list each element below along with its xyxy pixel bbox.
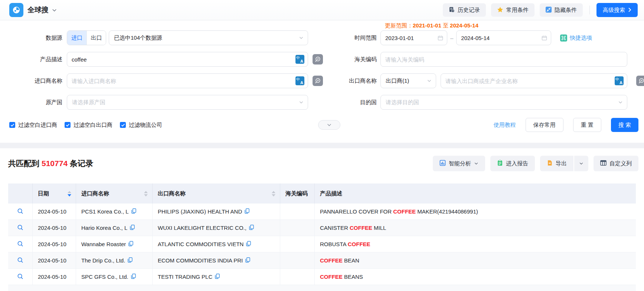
- hs-code-field[interactable]: [380, 52, 627, 67]
- quick-options-label: 快捷选项: [570, 34, 592, 42]
- toggle-export[interactable]: 出口: [86, 31, 106, 45]
- update-range-to: 2024-05-14: [450, 22, 478, 29]
- exporter-cell: WUXI LAKELIGHT ELECTRIC CO.,: [153, 220, 280, 236]
- exclude-search-icon[interactable]: [636, 76, 644, 86]
- checkbox-filter-blank-exporter[interactable]: 过滤空白出口商: [65, 122, 112, 129]
- data-source-select[interactable]: 已选中104个数据源: [109, 30, 308, 45]
- search-icon[interactable]: [17, 208, 23, 215]
- favorites-button[interactable]: 常用条件: [491, 3, 535, 17]
- importer-field[interactable]: 中A: [67, 73, 308, 88]
- reset-button[interactable]: 重 置: [573, 118, 601, 132]
- smart-analyze-button[interactable]: 智能分析: [433, 156, 485, 171]
- custom-columns-button[interactable]: 自定义列: [594, 156, 638, 171]
- table-row[interactable]: 2024-05-10 Wannabe Roaster ATLANTIC COMM…: [8, 236, 636, 252]
- checkbox-filter-blank-importer[interactable]: 过滤空白进口商: [9, 122, 57, 129]
- importer-input[interactable]: [67, 74, 295, 88]
- results-summary: 共匹配到510774条记录: [8, 156, 93, 171]
- hscode-cell: [280, 269, 315, 285]
- date-cell: 2024-05-10: [33, 236, 76, 252]
- translate-icon[interactable]: 中A: [295, 55, 304, 64]
- description-cell: ROBUSTA COFFEE: [315, 236, 636, 252]
- search-button[interactable]: 搜 索: [611, 118, 638, 132]
- hs-code-input[interactable]: [381, 52, 627, 66]
- copy-icon[interactable]: [215, 274, 220, 280]
- copy-icon[interactable]: [245, 257, 250, 264]
- copy-icon[interactable]: [245, 208, 249, 215]
- copy-icon[interactable]: [131, 208, 136, 215]
- exporter-type-select[interactable]: 出口商(1): [380, 73, 436, 88]
- exporter-input[interactable]: [441, 74, 615, 88]
- date-cell: 2024-05-10: [33, 269, 76, 285]
- header-cell-hscode: 海关编码: [280, 183, 315, 204]
- translate-icon[interactable]: 中A: [615, 76, 624, 85]
- date-end-input[interactable]: [457, 31, 542, 45]
- exclude-search-icon[interactable]: [313, 76, 323, 86]
- column-label: 出口商名称: [158, 190, 186, 197]
- product-desc-field[interactable]: 中A: [67, 52, 308, 67]
- copy-icon[interactable]: [131, 274, 136, 280]
- results-header: 共匹配到510774条记录 智能分析 进入报告 导出: [0, 148, 644, 171]
- search-icon[interactable]: [17, 257, 23, 264]
- copy-icon[interactable]: [249, 225, 254, 231]
- date-start-field[interactable]: [380, 30, 447, 45]
- hscode-cell: [280, 204, 315, 219]
- row-detail-cell: [8, 204, 33, 219]
- product-desc-input[interactable]: [67, 52, 295, 66]
- checkbox-filter-logistics[interactable]: 过滤物流公司: [120, 122, 162, 129]
- topbar: 全球搜 历史记录 常用条件 隐藏条件: [0, 0, 644, 20]
- sort-carets[interactable]: [272, 191, 275, 196]
- history-button[interactable]: 历史记录: [443, 3, 486, 17]
- export-more-button[interactable]: [574, 156, 588, 171]
- copy-icon[interactable]: [128, 257, 133, 264]
- search-icon[interactable]: [17, 273, 23, 281]
- report-icon: [497, 160, 503, 167]
- sort-carets[interactable]: [68, 191, 71, 196]
- export-button[interactable]: 导出: [540, 156, 573, 171]
- hscode-cell: [280, 236, 315, 252]
- expand-conditions-button[interactable]: [318, 120, 340, 130]
- tutorial-link[interactable]: 使用教程: [494, 122, 516, 129]
- copy-icon[interactable]: [128, 241, 133, 248]
- toggle-import[interactable]: 进口: [67, 31, 86, 45]
- translate-icon[interactable]: 中A: [295, 76, 304, 85]
- hs-code-label: 海关编码: [323, 56, 377, 63]
- sort-carets[interactable]: [144, 191, 148, 196]
- history-label: 历史记录: [458, 7, 480, 14]
- data-source-selected: 已选中104个数据源: [109, 34, 173, 42]
- importer-cell: Wannabe Roaster: [76, 236, 153, 252]
- header-cell-exporter[interactable]: 出口商名称: [153, 183, 280, 204]
- calendar-icon: [438, 35, 443, 41]
- header-cell-date[interactable]: 日期: [33, 183, 76, 204]
- table-row[interactable]: 2024-05-10 PCS1 Korea Co., L PHILIPS (JI…: [8, 204, 636, 220]
- table-header-row: 日期 进口商名称 出口商名称 海关编码 产品描述: [8, 183, 636, 204]
- app-switch-chevron-down-icon[interactable]: [52, 7, 57, 13]
- hide-conditions-button[interactable]: 隐藏条件: [540, 3, 583, 17]
- origin-country-select[interactable]: 请选择原产国: [67, 95, 308, 110]
- topbar-actions: 历史记录 常用条件 隐藏条件 高级搜索: [443, 3, 638, 17]
- search-icon[interactable]: [17, 241, 23, 248]
- row-detail-cell: [8, 252, 33, 268]
- table-row[interactable]: 2024-05-10 Hario Korea Co., L WUXI LAKEL…: [8, 220, 636, 236]
- advanced-search-button[interactable]: 高级搜索: [596, 3, 638, 17]
- header-cell-importer[interactable]: 进口商名称: [76, 183, 153, 204]
- exporter-field[interactable]: 中A: [441, 73, 627, 88]
- search-icon[interactable]: [17, 224, 23, 232]
- copy-icon[interactable]: [130, 225, 135, 231]
- exporter-type-selected: 出口商(1): [381, 77, 420, 85]
- importer-cell: PCS1 Korea Co., L: [76, 204, 153, 219]
- table-row[interactable]: 2024-05-10 The Drip Co., Ltd. ECOM COMMO…: [8, 252, 636, 269]
- date-end-field[interactable]: [456, 30, 551, 45]
- save-common-button[interactable]: 保存常用: [526, 118, 563, 132]
- enter-report-button[interactable]: 进入报告: [490, 156, 535, 171]
- copy-icon[interactable]: [246, 241, 251, 248]
- summary-suffix: 条记录: [70, 159, 93, 168]
- table-row[interactable]: 2024-05-10 SPC GFS Co., Ltd. TESTI TRADI…: [8, 269, 636, 285]
- quick-options-link[interactable]: 快捷选项: [560, 34, 592, 42]
- date-start-input[interactable]: [381, 31, 438, 45]
- analyze-icon: [439, 160, 446, 167]
- exclude-search-icon[interactable]: [313, 54, 323, 65]
- global-search-page: 全球搜 历史记录 常用条件 隐藏条件: [0, 0, 644, 291]
- dest-country-select[interactable]: 请选择目的国: [380, 95, 627, 110]
- form-row-product-hscode: 产品描述 中A 海关编码: [0, 52, 644, 67]
- trade-direction-toggle: 进口 出口: [67, 30, 106, 45]
